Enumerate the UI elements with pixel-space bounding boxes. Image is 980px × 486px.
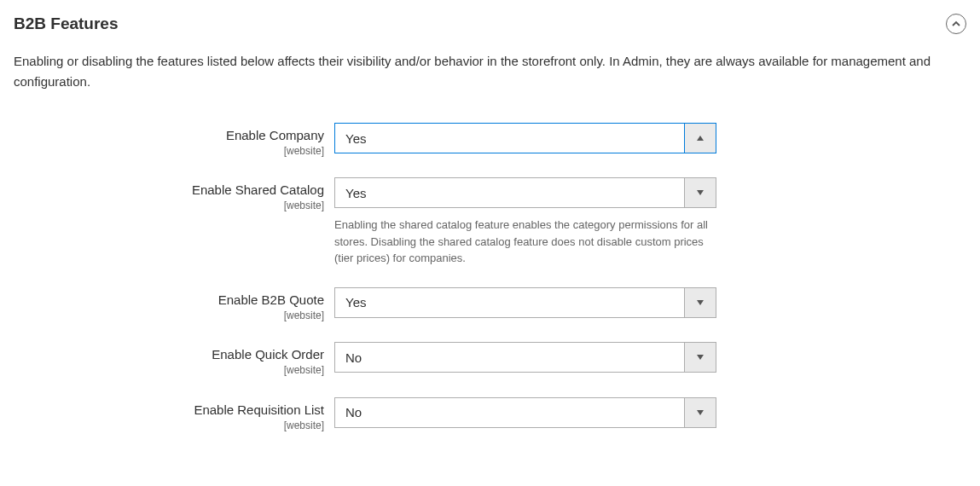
triangle-down-icon [696, 188, 705, 197]
section-header: B2B Features [14, 14, 966, 34]
field-label-col: Enable Shared Catalog [website] [14, 177, 334, 211]
field-label: Enable Requisition List [14, 402, 324, 418]
triangle-down-icon [696, 408, 705, 417]
field-label-col: Enable Requisition List [website] [14, 397, 334, 431]
enable-shared-catalog-select[interactable]: Yes [334, 177, 716, 208]
field-scope: [website] [14, 364, 324, 376]
field-scope: [website] [14, 145, 324, 157]
field-row-enable-shared-catalog: Enable Shared Catalog [website] Yes Enab… [14, 177, 966, 267]
field-row-enable-company: Enable Company [website] Yes [14, 123, 966, 157]
svg-marker-4 [697, 410, 704, 415]
field-scope: [website] [14, 419, 324, 431]
select-trigger[interactable] [684, 177, 716, 208]
svg-marker-1 [697, 190, 704, 195]
select-value: No [334, 397, 684, 428]
field-label: Enable Shared Catalog [14, 182, 324, 198]
select-value: No [334, 342, 684, 373]
field-label-col: Enable B2B Quote [website] [14, 287, 334, 321]
svg-marker-2 [697, 300, 704, 305]
field-input-col: Yes Enabling the shared catalog feature … [334, 177, 716, 267]
triangle-down-icon [696, 298, 705, 307]
collapse-button[interactable] [946, 14, 966, 34]
chevron-up-icon [952, 20, 960, 28]
field-label-col: Enable Quick Order [website] [14, 342, 334, 376]
select-trigger[interactable] [684, 287, 716, 318]
select-value: Yes [334, 287, 684, 318]
field-label: Enable Company [14, 128, 324, 143]
field-input-col: Yes [334, 287, 716, 318]
select-trigger[interactable] [684, 342, 716, 373]
field-input-col: No [334, 397, 716, 428]
field-scope: [website] [14, 310, 324, 321]
field-row-enable-requisition-list: Enable Requisition List [website] No [14, 397, 966, 431]
svg-marker-3 [697, 355, 704, 360]
field-input-col: Yes [334, 123, 716, 153]
select-trigger[interactable] [684, 123, 716, 153]
field-label-col: Enable Company [website] [14, 123, 334, 157]
field-label: Enable Quick Order [14, 347, 324, 362]
select-value: Yes [334, 123, 684, 153]
enable-requisition-list-select[interactable]: No [334, 397, 716, 428]
enable-quick-order-select[interactable]: No [334, 342, 716, 373]
field-input-col: No [334, 342, 716, 373]
field-row-enable-b2b-quote: Enable B2B Quote [website] Yes [14, 287, 966, 321]
enable-company-select[interactable]: Yes [334, 123, 716, 153]
select-trigger[interactable] [684, 397, 716, 428]
field-row-enable-quick-order: Enable Quick Order [website] No [14, 342, 966, 376]
field-scope: [website] [14, 200, 324, 211]
triangle-up-icon [696, 134, 705, 142]
field-help: Enabling the shared catalog feature enab… [334, 217, 710, 267]
select-value: Yes [334, 177, 684, 208]
field-label: Enable B2B Quote [14, 292, 324, 308]
section-description: Enabling or disabling the features liste… [14, 51, 966, 92]
triangle-down-icon [696, 353, 705, 362]
svg-marker-0 [697, 136, 704, 141]
section-title: B2B Features [14, 14, 119, 33]
enable-b2b-quote-select[interactable]: Yes [334, 287, 716, 318]
